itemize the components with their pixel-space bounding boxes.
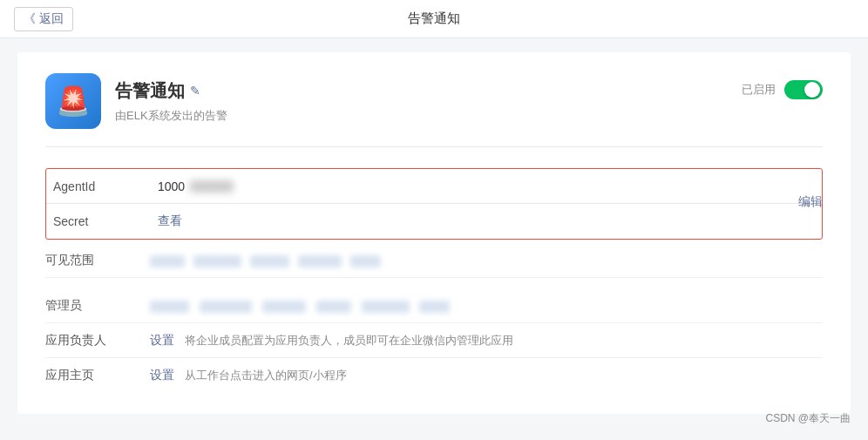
app-header-right: 已启用 xyxy=(742,80,823,99)
app-home-link[interactable]: 设置 xyxy=(150,368,174,382)
alarm-icon: 🚨 xyxy=(56,85,91,118)
back-label: 返回 xyxy=(39,11,64,27)
app-header: 🚨 告警通知 ✎ 由ELK系统发出的告警 已启用 xyxy=(45,73,823,147)
visibility-blur-3 xyxy=(250,255,289,267)
highlighted-section: AgentId 1000 Secret 查看 xyxy=(45,168,823,240)
app-owner-label: 应用负责人 xyxy=(45,333,150,349)
app-home-row: 应用主页 设置 从工作台点击进入的网页/小程序 xyxy=(45,358,823,393)
app-name: 告警通知 xyxy=(115,79,185,103)
app-owner-desc: 将企业成员配置为应用负责人，成员即可在企业微信内管理此应用 xyxy=(185,334,513,347)
app-header-left: 🚨 告警通知 ✎ 由ELK系统发出的告警 xyxy=(45,73,227,129)
app-home-label: 应用主页 xyxy=(45,368,150,383)
secret-value: 查看 xyxy=(158,213,815,229)
app-info: 告警通知 ✎ 由ELK系统发出的告警 xyxy=(115,79,227,124)
watermark: CSDN @奉天一曲 xyxy=(765,411,851,426)
visibility-blur-2 xyxy=(193,255,241,267)
top-bar: 《 返回 告警通知 xyxy=(0,0,868,38)
app-description: 由ELK系统发出的告警 xyxy=(115,108,227,124)
spacer xyxy=(45,278,823,288)
watermark-text: CSDN @奉天一曲 xyxy=(765,412,851,424)
app-owner-row: 应用负责人 设置 将企业成员配置为应用负责人，成员即可在企业微信内管理此应用 xyxy=(45,323,823,358)
admin-row: 管理员 xyxy=(45,288,823,323)
app-name-edit-icon[interactable]: ✎ xyxy=(190,84,200,98)
visibility-value xyxy=(150,253,823,267)
visibility-row: 可见范围 xyxy=(45,243,823,278)
secret-label: Secret xyxy=(53,214,158,228)
app-home-value: 设置 从工作台点击进入的网页/小程序 xyxy=(150,368,823,383)
app-owner-link[interactable]: 设置 xyxy=(150,333,174,347)
visibility-blur-4 xyxy=(298,255,342,267)
agentid-blur xyxy=(190,180,234,193)
visibility-blur-5 xyxy=(350,255,381,267)
admin-label: 管理员 xyxy=(45,298,150,314)
agentid-value: 1000 xyxy=(158,179,815,193)
enabled-label: 已启用 xyxy=(742,82,776,98)
visibility-blur-1 xyxy=(150,255,185,267)
main-content: 🚨 告警通知 ✎ 由ELK系统发出的告警 已启用 编辑 AgentId 100 xyxy=(17,52,851,414)
secret-view-link[interactable]: 查看 xyxy=(158,213,182,227)
app-title-row: 告警通知 ✎ xyxy=(115,79,227,103)
agentid-number: 1000 xyxy=(158,179,185,193)
back-button[interactable]: 《 返回 xyxy=(14,7,73,31)
admin-blur-3 xyxy=(262,301,306,313)
secret-row: Secret 查看 xyxy=(46,204,822,239)
agentid-row: AgentId 1000 xyxy=(46,169,822,204)
page-title: 告警通知 xyxy=(408,10,460,27)
admin-blur-6 xyxy=(419,301,450,313)
edit-button[interactable]: 编辑 xyxy=(798,194,823,210)
app-icon: 🚨 xyxy=(45,73,101,129)
app-owner-value: 设置 将企业成员配置为应用负责人，成员即可在企业微信内管理此应用 xyxy=(150,333,823,349)
enabled-toggle[interactable] xyxy=(784,80,823,99)
visibility-label: 可见范围 xyxy=(45,253,150,268)
back-chevron-icon: 《 xyxy=(24,11,36,27)
admin-blur-4 xyxy=(316,301,351,313)
admin-blur-2 xyxy=(200,301,252,313)
admin-blur-5 xyxy=(362,301,410,313)
info-table: 编辑 AgentId 1000 Secret 查看 可见范围 xyxy=(45,168,823,393)
admin-value xyxy=(150,298,823,312)
agentid-label: AgentId xyxy=(53,179,158,193)
app-home-desc: 从工作台点击进入的网页/小程序 xyxy=(185,369,347,382)
admin-blur-1 xyxy=(150,301,189,313)
